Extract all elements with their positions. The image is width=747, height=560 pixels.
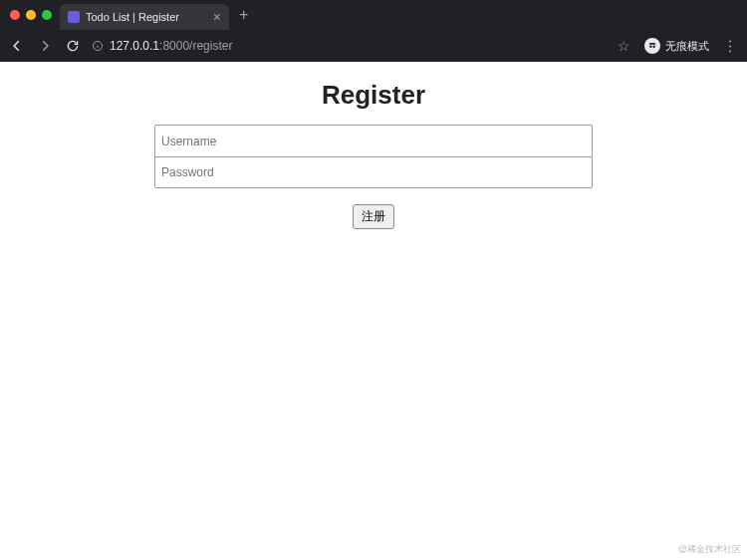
browser-tab[interactable]: Todo List | Register × [60,4,229,30]
password-field[interactable] [154,156,593,188]
incognito-label: 无痕模式 [665,39,709,54]
forward-button[interactable] [36,39,54,53]
url-path: :8000/register [159,39,232,53]
bookmark-icon[interactable]: ☆ [618,38,630,54]
info-icon [92,40,104,52]
new-tab-button[interactable]: + [229,6,258,24]
browser-menu-icon[interactable]: ⋯ [724,38,739,54]
url-field[interactable]: 127.0.0.1:8000/register [92,39,608,53]
window-minimize-icon[interactable] [26,10,36,20]
svg-point-4 [652,46,655,49]
watermark: @稀金技术社区 [678,543,741,556]
address-bar: 127.0.0.1:8000/register ☆ 无痕模式 ⋯ [0,30,747,62]
page-content: Register 注册 [0,62,747,560]
tab-bar: Todo List | Register × + [0,0,747,30]
url-host: 127.0.0.1 [110,39,159,53]
svg-point-3 [649,46,652,49]
window-controls [6,10,60,20]
register-form: 注册 [154,125,593,229]
incognito-icon [644,38,660,54]
tab-title: Todo List | Register [86,11,207,23]
back-button[interactable] [8,39,26,53]
window-close-icon[interactable] [10,10,20,20]
incognito-indicator[interactable]: 无痕模式 [644,38,709,54]
reload-button[interactable] [64,39,82,53]
username-field[interactable] [154,125,593,156]
favicon-icon [68,11,80,23]
window-maximize-icon[interactable] [42,10,52,20]
close-tab-icon[interactable]: × [213,10,221,24]
page-title: Register [0,62,747,125]
browser-chrome: Todo List | Register × + 127.0.0.1:8000/… [0,0,747,62]
register-button[interactable]: 注册 [353,204,394,229]
